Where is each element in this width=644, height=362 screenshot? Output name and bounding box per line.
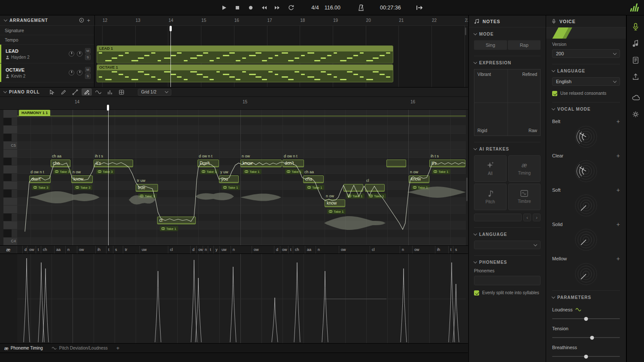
previous-retake-button[interactable]: ‹ — [523, 214, 531, 221]
collapse-chevron-icon[interactable] — [4, 18, 7, 21]
note-phoneme-label[interactable]: n ow — [73, 170, 81, 174]
take-badge[interactable]: Take 1 — [306, 185, 324, 190]
vocal-mode-section-header[interactable]: VOCAL MODE — [552, 107, 620, 112]
note-block[interactable]: youy uwTake 1 — [219, 175, 239, 183]
note-phoneme-label[interactable]: d ow n t — [284, 154, 298, 158]
take-badge[interactable]: Take 3 — [53, 169, 72, 174]
take-badge[interactable]: Take 1 — [200, 169, 219, 174]
take-badge[interactable]: Take 1 — [346, 193, 365, 199]
export-icon[interactable] — [630, 72, 641, 82]
add-track-button[interactable]: + — [87, 18, 90, 23]
info-icon[interactable] — [79, 18, 84, 24]
mode-sing-button[interactable]: Sing — [474, 40, 507, 50]
vocal-mode-dial[interactable] — [572, 227, 600, 253]
parameters-section-header[interactable]: PARAMETERS — [552, 295, 620, 300]
pan-knob[interactable] — [77, 70, 82, 75]
record-button[interactable] — [247, 4, 255, 12]
note-block[interactable]: don'td ow n tTake 1 — [283, 160, 304, 167]
tempo-lane[interactable]: Tempo — [0, 35, 94, 45]
play-button[interactable] — [220, 4, 228, 12]
track-row-lead[interactable]: LEAD Hayden 2 M S — [0, 45, 94, 63]
arrangement-timeline-ruler[interactable]: 121314151617181920212223 — [94, 15, 468, 26]
note-phoneme-label[interactable]: d ow n t — [199, 154, 213, 158]
note-phoneme-label[interactable]: n ow — [326, 194, 334, 198]
note-block[interactable]: it'sih t sTake 1 — [429, 160, 465, 167]
note-phoneme-label[interactable]: d ow n t — [30, 170, 44, 174]
clip-lead-1[interactable]: LEAD 1 — [97, 45, 393, 63]
slider-thumb[interactable] — [590, 336, 594, 340]
mute-button[interactable]: M — [85, 48, 91, 54]
take-badge[interactable]: Take 3 — [74, 185, 92, 190]
add-vocal-mode-button[interactable]: + — [617, 221, 620, 227]
take-badge[interactable]: Take 3 — [96, 169, 115, 174]
lyrics-icon[interactable] — [630, 55, 641, 65]
volume-knob[interactable] — [69, 51, 74, 57]
arrangement-header[interactable]: ARRANGEMENT + — [0, 15, 94, 26]
playhead-line[interactable] — [170, 26, 171, 87]
mode-rap-button[interactable]: Rap — [508, 40, 541, 50]
take-badge[interactable]: Take 1 — [243, 169, 261, 174]
add-vocal-mode-button[interactable]: + — [617, 153, 620, 159]
time-signature[interactable]: 4/4 — [311, 5, 319, 11]
note-block[interactable]: truetr uwTake 3 — [136, 184, 158, 192]
retake-pitch-button[interactable]: Pitch — [474, 184, 507, 210]
note-block[interactable]: Don'td ow n tTake 1 — [197, 160, 219, 167]
relaxed-consonants-checkbox-row[interactable]: Use relaxed consonants — [552, 91, 620, 96]
signature-lane[interactable]: Signature — [0, 26, 94, 35]
retake-select[interactable] — [474, 214, 522, 221]
note-phoneme-label[interactable]: ch aa — [52, 154, 61, 158]
note-block[interactable]: chach aaTake 1 — [303, 175, 324, 183]
take-badge[interactable]: Take 1 — [160, 226, 178, 231]
next-retake-button[interactable]: › — [533, 214, 541, 221]
vocal-mode-dial[interactable] — [572, 124, 600, 150]
ai-retakes-section-header[interactable]: AI RETAKES — [474, 147, 541, 151]
playhead-line[interactable] — [108, 106, 109, 245]
note-phoneme-label[interactable]: ch aa — [304, 170, 314, 174]
take-badge[interactable]: Take 1 — [285, 169, 304, 174]
take-badge[interactable]: Take 1 — [411, 185, 430, 190]
music-note-icon[interactable] — [630, 38, 641, 48]
note-phoneme-label[interactable]: ih t s — [95, 154, 103, 158]
take-badge[interactable]: Take 1 — [368, 193, 386, 199]
phonemes-section-header[interactable]: PHONEMES — [474, 260, 541, 265]
stop-button[interactable] — [234, 4, 241, 12]
note-phoneme-label[interactable]: tr uw — [137, 178, 146, 183]
track-row-octave[interactable]: OCTAVE Kevin 2 M S — [0, 63, 94, 82]
note-block[interactable]: clTake 1 — [157, 217, 196, 224]
clip-octave-1[interactable]: OCTAVE 1 — [97, 64, 393, 82]
slider-thumb[interactable] — [584, 317, 588, 321]
note-phoneme-label[interactable]: n ow — [242, 154, 250, 158]
take-badge[interactable]: Take 3 — [32, 185, 50, 190]
note-phoneme-label[interactable]: cl — [366, 178, 369, 183]
checkbox[interactable] — [552, 91, 557, 96]
note-block[interactable]: clTake 1 — [365, 184, 385, 192]
add-vocal-mode-button[interactable]: + — [617, 256, 620, 262]
note-block[interactable] — [386, 160, 406, 167]
solo-button[interactable]: S — [85, 54, 91, 60]
retake-timing-button[interactable]: æTiming — [508, 155, 541, 182]
parameter-slider[interactable] — [552, 337, 620, 338]
pan-knob[interactable] — [77, 51, 82, 57]
note-block[interactable]: known owTake 1 — [240, 160, 282, 167]
slider-thumb[interactable] — [584, 355, 588, 359]
phonemes-input[interactable] — [474, 276, 541, 285]
loop-icon[interactable] — [287, 4, 295, 12]
version-select[interactable]: 200 — [552, 49, 620, 58]
evenly-split-checkbox-row[interactable]: Evenly split note into syllables — [474, 290, 541, 296]
solo-button[interactable]: S — [85, 73, 91, 79]
voice-language-select[interactable]: English — [552, 77, 620, 86]
scrollbar-thumb[interactable] — [465, 27, 466, 35]
retake-all-button[interactable]: All — [474, 155, 507, 182]
singer-avatar[interactable] — [546, 27, 626, 39]
note-phoneme-label[interactable]: ih t s — [431, 154, 439, 158]
region-tag[interactable]: HARMONY 1 1 — [19, 110, 50, 116]
microphone-icon[interactable] — [630, 21, 641, 32]
add-vocal-mode-button[interactable]: + — [617, 187, 620, 193]
note-block[interactable]: chach aaTake 3 — [51, 160, 70, 167]
vocal-mode-dial[interactable] — [572, 159, 600, 184]
vocal-mode-dial[interactable] — [572, 193, 600, 219]
checkbox[interactable] — [474, 290, 479, 296]
cloud-icon[interactable] — [630, 92, 641, 103]
note-block[interactable]: it'sih t sTake 3 — [94, 160, 133, 167]
tempo-value[interactable]: 116.00 — [325, 5, 340, 11]
